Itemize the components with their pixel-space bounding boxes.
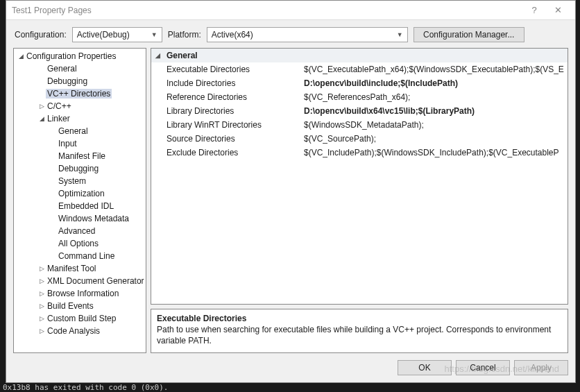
platform-label: Platform: bbox=[168, 30, 201, 40]
tree-item-label: Optimization bbox=[57, 189, 106, 198]
configuration-combobox[interactable]: Active(Debug) ▼ bbox=[72, 27, 162, 42]
tree-item[interactable]: General bbox=[14, 62, 146, 75]
expander-icon[interactable]: ▷ bbox=[37, 290, 46, 297]
tree-item[interactable]: ▷Manifest Tool bbox=[14, 262, 146, 275]
tree-item[interactable]: General bbox=[14, 125, 146, 137]
tree-item[interactable]: Manifest File bbox=[14, 150, 146, 162]
description-title: Executable Directories bbox=[157, 314, 562, 323]
tree-item-label: Advanced bbox=[57, 226, 96, 236]
tree-item[interactable]: System bbox=[14, 175, 146, 187]
description-text: Path to use when searching for executabl… bbox=[157, 325, 562, 346]
property-value[interactable]: D:\opencv\build\include;$(IncludePath) bbox=[304, 78, 568, 88]
tree-item-label: Manifest File bbox=[57, 151, 107, 161]
configuration-value: Active(Debug) bbox=[77, 30, 147, 40]
tree-item[interactable]: Advanced bbox=[14, 225, 146, 237]
expander-icon[interactable]: ▷ bbox=[37, 315, 46, 322]
expander-icon[interactable]: ▷ bbox=[37, 265, 46, 272]
property-value[interactable]: $(VC_ExecutablePath_x64);$(WindowsSDK_Ex… bbox=[304, 65, 568, 74]
tree-item-label: Build Events bbox=[46, 301, 95, 311]
tree-item[interactable]: All Options bbox=[14, 237, 146, 250]
ok-button[interactable]: OK bbox=[398, 360, 452, 375]
property-row[interactable]: Library DirectoriesD:\opencv\build\x64\v… bbox=[151, 104, 568, 118]
property-row[interactable]: Executable Directories$(VC_ExecutablePat… bbox=[151, 62, 568, 76]
property-tree[interactable]: ◢ Configuration Properties GeneralDebugg… bbox=[13, 48, 146, 353]
property-value[interactable]: $(VC_ReferencesPath_x64); bbox=[304, 92, 568, 102]
tree-item-label: All Options bbox=[57, 239, 100, 248]
tree-item-label: General bbox=[57, 126, 89, 136]
chevron-down-icon[interactable]: ◢ bbox=[17, 53, 25, 60]
property-name: Reference Directories bbox=[151, 92, 304, 102]
tree-item-label: Custom Build Step bbox=[46, 314, 117, 323]
tree-item[interactable]: ▷Custom Build Step bbox=[14, 312, 146, 325]
tree-item[interactable]: ▷Build Events bbox=[14, 300, 146, 312]
property-name: Include Directories bbox=[151, 78, 304, 88]
tree-item[interactable]: Windows Metadata bbox=[14, 212, 146, 225]
tree-item[interactable]: VC++ Directories bbox=[14, 87, 146, 100]
tree-item-label: Manifest Tool bbox=[46, 264, 97, 273]
config-toolbar: Configuration: Active(Debug) ▼ Platform:… bbox=[6, 20, 575, 48]
property-value[interactable]: $(VC_IncludePath);$(WindowsSDK_IncludePa… bbox=[304, 148, 568, 157]
tree-item-label: C/C++ bbox=[46, 101, 73, 111]
chevron-down-icon: ▼ bbox=[397, 31, 403, 38]
property-value[interactable]: $(WindowsSDK_MetadataPath); bbox=[304, 120, 568, 130]
property-rows: Executable Directories$(VC_ExecutablePat… bbox=[151, 62, 568, 304]
tree-item-label: Windows Metadata bbox=[57, 214, 130, 223]
tree-item[interactable]: ◢Linker bbox=[14, 112, 146, 125]
chevron-down-icon: ▼ bbox=[151, 31, 157, 38]
property-row[interactable]: Exclude Directories$(VC_IncludePath);$(W… bbox=[151, 146, 568, 160]
property-name: Library WinRT Directories bbox=[151, 120, 304, 130]
tree-item[interactable]: ▷Browse Information bbox=[14, 287, 146, 300]
description-panel: Executable Directories Path to use when … bbox=[151, 309, 568, 353]
tree-item[interactable]: Debugging bbox=[14, 75, 146, 87]
titlebar: Test1 Property Pages ? ✕ bbox=[6, 1, 575, 20]
tree-root[interactable]: ◢ Configuration Properties bbox=[14, 50, 146, 62]
chevron-down-icon[interactable]: ◢ bbox=[155, 52, 164, 59]
watermark-text: https://blog.csdn.net/kinbend bbox=[444, 364, 559, 374]
tree-item[interactable]: ▷C/C++ bbox=[14, 100, 146, 112]
tree-item[interactable]: ▷Code Analysis bbox=[14, 325, 146, 337]
tree-item-label: Embedded IDL bbox=[57, 201, 115, 211]
property-name: Library Directories bbox=[151, 106, 304, 116]
tree-item-label: General bbox=[46, 64, 78, 74]
property-value[interactable]: $(VC_SourcePath); bbox=[304, 134, 568, 144]
property-value[interactable]: D:\opencv\build\x64\vc15\lib;$(LibraryPa… bbox=[304, 106, 568, 116]
platform-value: Active(x64) bbox=[212, 30, 393, 40]
tree-item[interactable]: Debugging bbox=[14, 162, 146, 175]
property-row[interactable]: Library WinRT Directories$(WindowsSDK_Me… bbox=[151, 118, 568, 132]
category-header[interactable]: ◢ General bbox=[151, 49, 568, 62]
tree-item-label: System bbox=[57, 176, 87, 186]
property-name: Exclude Directories bbox=[151, 148, 304, 157]
tree-item-label: Debugging bbox=[57, 164, 100, 173]
configuration-manager-button[interactable]: Configuration Manager... bbox=[413, 27, 524, 42]
tree-item-label: XML Document Generator bbox=[46, 276, 146, 286]
tree-item-label: Linker bbox=[46, 114, 71, 123]
expander-icon[interactable]: ▷ bbox=[37, 302, 46, 309]
tree-item[interactable]: Optimization bbox=[14, 187, 146, 200]
close-icon[interactable]: ✕ bbox=[546, 1, 570, 20]
tree-item-label: Debugging bbox=[46, 76, 89, 86]
dialog-body: ◢ Configuration Properties GeneralDebugg… bbox=[6, 48, 575, 359]
property-row[interactable]: Reference Directories$(VC_ReferencesPath… bbox=[151, 90, 568, 104]
property-grid: ◢ General Executable Directories$(VC_Exe… bbox=[151, 48, 568, 305]
expander-icon[interactable]: ▷ bbox=[37, 103, 46, 110]
platform-combobox[interactable]: Active(x64) ▼ bbox=[207, 27, 408, 42]
expander-icon[interactable]: ▷ bbox=[37, 278, 46, 284]
expander-icon[interactable]: ◢ bbox=[37, 115, 46, 122]
tree-item[interactable]: ▷XML Document Generator bbox=[14, 275, 146, 287]
tree-item-label: VC++ Directories bbox=[46, 89, 112, 99]
property-pages-dialog: Test1 Property Pages ? ✕ Configuration: … bbox=[6, 0, 576, 383]
tree-item[interactable]: Embedded IDL bbox=[14, 200, 146, 212]
category-label: General bbox=[167, 51, 198, 60]
tree-item[interactable]: Input bbox=[14, 137, 146, 150]
right-pane: ◢ General Executable Directories$(VC_Exe… bbox=[151, 48, 568, 353]
expander-icon[interactable]: ▷ bbox=[37, 327, 46, 334]
property-row[interactable]: Source Directories$(VC_SourcePath); bbox=[151, 132, 568, 146]
help-icon[interactable]: ? bbox=[522, 1, 546, 20]
tree-item-label: Command Line bbox=[57, 251, 116, 261]
property-name: Executable Directories bbox=[151, 65, 304, 74]
property-row[interactable]: Include DirectoriesD:\opencv\build\inclu… bbox=[151, 76, 568, 90]
window-title: Test1 Property Pages bbox=[12, 6, 522, 15]
tree-item[interactable]: Command Line bbox=[14, 250, 146, 262]
ide-output-line: 0x13b8 has exited with code 0 (0x0). bbox=[0, 383, 168, 392]
tree-item-label: Code Analysis bbox=[46, 326, 101, 336]
